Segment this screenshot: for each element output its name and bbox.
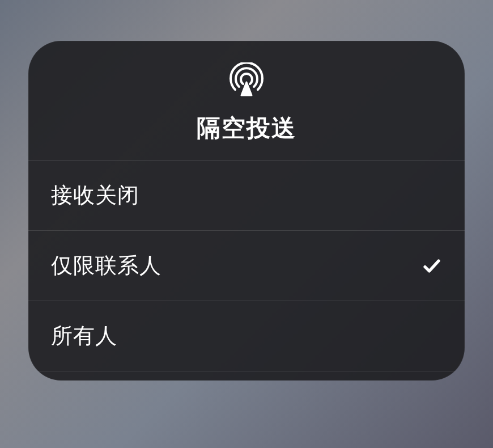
- option-receiving-off[interactable]: 接收关闭: [28, 160, 465, 231]
- option-label: 所有人: [51, 322, 117, 350]
- airdrop-icon: [228, 62, 265, 99]
- option-label: 仅限联系人: [51, 251, 162, 280]
- airdrop-panel: 隔空投送 接收关闭 仅限联系人 所有人: [28, 41, 465, 381]
- options-list: 接收关闭 仅限联系人 所有人: [28, 160, 465, 371]
- check-icon: [422, 256, 442, 276]
- panel-header: 隔空投送: [28, 41, 465, 160]
- option-label: 接收关闭: [51, 181, 139, 210]
- panel-title: 隔空投送: [197, 112, 296, 144]
- option-everyone[interactable]: 所有人: [28, 301, 465, 371]
- option-contacts-only[interactable]: 仅限联系人: [28, 231, 465, 301]
